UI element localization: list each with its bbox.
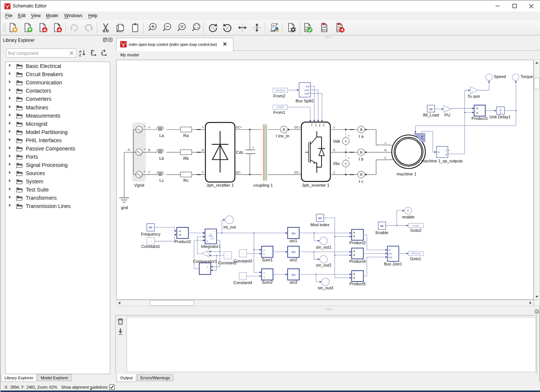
- svg-text:B: B: [202, 148, 204, 152]
- svg-text:DC+: DC+: [236, 125, 242, 129]
- svg-text:sin1: sin1: [290, 239, 297, 243]
- svg-text:Product3: Product3: [174, 239, 191, 244]
- svg-text:Bus Join1: Bus Join1: [384, 262, 402, 266]
- svg-text:reference: reference: [275, 89, 285, 91]
- svg-text:sc: sc: [318, 216, 322, 220]
- svg-text:sc: sc: [149, 225, 153, 229]
- svg-text:enable: enable: [412, 224, 419, 227]
- svg-text:in1: in1: [389, 252, 392, 255]
- svg-text:×: ×: [353, 253, 355, 257]
- svg-text:+: +: [263, 253, 265, 256]
- svg-text:I b: I b: [359, 157, 364, 161]
- svg-text:En: En: [311, 124, 313, 126]
- svg-text:gnd: gnd: [121, 205, 128, 210]
- svg-text:IM_Load: IM_Load: [423, 113, 439, 117]
- svg-text:C: C: [202, 170, 204, 174]
- svg-text:sin: sin: [291, 250, 296, 254]
- svg-text:Constant4: Constant4: [233, 280, 252, 285]
- svg-text:in: in: [438, 151, 440, 153]
- svg-text:..: ..: [242, 251, 243, 255]
- svg-text:Speed: Speed: [494, 74, 506, 79]
- svg-text:sc: sc: [380, 224, 384, 228]
- svg-text:sin_out1: sin_out1: [316, 245, 332, 249]
- svg-text:DC-: DC-: [294, 171, 300, 174]
- svg-text:in2: in2: [389, 256, 392, 259]
- svg-text:From2: From2: [273, 94, 285, 98]
- svg-text:out: out: [306, 85, 310, 88]
- svg-text:Integrator1: Integrator1: [201, 244, 221, 249]
- svg-text:C: C: [148, 170, 150, 174]
- svg-text:w: w: [445, 153, 447, 156]
- svg-text:..: ..: [242, 274, 243, 278]
- svg-text:..: ..: [445, 108, 446, 111]
- svg-text:3ph_inverter 1: 3ph_inverter 1: [302, 183, 330, 187]
- svg-text:sin: sin: [291, 273, 296, 277]
- svg-text:Sum1: Sum1: [262, 258, 273, 262]
- svg-text:3ph_rectifier 1: 3ph_rectifier 1: [207, 183, 234, 187]
- svg-text:Z: Z: [79, 53, 81, 57]
- svg-text:+: +: [143, 170, 145, 174]
- svg-text:Lc: Lc: [159, 178, 164, 183]
- svg-text:+: +: [207, 265, 208, 269]
- svg-text:0111: 0111: [322, 29, 327, 31]
- svg-text:sin: sin: [291, 231, 296, 235]
- svg-text:From1: From1: [273, 110, 285, 115]
- svg-text:B: B: [384, 148, 387, 152]
- svg-text:PU: PU: [444, 113, 450, 117]
- svg-text:A: A: [202, 125, 204, 129]
- svg-text:Product1: Product1: [472, 116, 488, 121]
- svg-text:Vab: Vab: [333, 139, 340, 143]
- svg-text:sc: sc: [429, 107, 433, 111]
- svg-text:+: +: [348, 156, 350, 160]
- svg-text:To rpm: To rpm: [468, 94, 480, 99]
- svg-text:sin2: sin2: [290, 258, 297, 262]
- svg-text:Constant1: Constant1: [141, 244, 160, 249]
- svg-text:DC+: DC+: [294, 125, 301, 129]
- svg-text:Rc: Rc: [183, 178, 189, 183]
- svg-text:Unit Delay1: Unit Delay1: [490, 115, 511, 119]
- svg-text:+: +: [143, 125, 145, 128]
- svg-text:D: D: [407, 209, 409, 212]
- svg-text:Rb: Rb: [183, 156, 189, 161]
- svg-text:machine 1: machine 1: [397, 172, 416, 176]
- svg-text:I c: I c: [359, 179, 363, 184]
- svg-text:int_out: int_out: [223, 225, 236, 229]
- svg-text:A: A: [384, 141, 387, 145]
- svg-text:Torque: Torque: [521, 74, 533, 79]
- svg-text:+: +: [263, 276, 265, 279]
- svg-text:..: ..: [150, 239, 151, 242]
- svg-text:sin3: sin3: [290, 280, 297, 284]
- svg-text:InB: InB: [319, 124, 321, 127]
- svg-text:B: B: [148, 148, 150, 152]
- svg-text:<: <: [345, 161, 347, 166]
- svg-text:×: ×: [353, 276, 355, 280]
- svg-text:Ra: Ra: [183, 133, 189, 138]
- svg-text:coupling 1: coupling 1: [253, 183, 273, 187]
- svg-text:Lb: Lb: [159, 156, 164, 161]
- svg-text:InC: InC: [323, 124, 325, 127]
- svg-text:A: A: [360, 127, 362, 132]
- svg-text:×: ×: [476, 111, 478, 115]
- svg-text:Vbc: Vbc: [333, 161, 340, 166]
- svg-text:out: out: [420, 136, 423, 140]
- svg-text:×: ×: [179, 233, 181, 237]
- svg-text:×: ×: [179, 229, 181, 233]
- svg-text:Frequency: Frequency: [141, 232, 161, 236]
- svg-text:Product2: Product2: [349, 240, 366, 245]
- svg-text:out2: out2: [304, 92, 310, 95]
- svg-text:sin_out3: sin_out3: [318, 286, 333, 290]
- svg-text:T: T: [445, 149, 447, 152]
- svg-text:DC-: DC-: [236, 171, 241, 174]
- svg-text:I inv_in: I inv_in: [276, 134, 289, 138]
- svg-text:A: A: [360, 172, 362, 177]
- svg-text:×: ×: [476, 106, 478, 111]
- svg-text:B: B: [333, 148, 335, 152]
- svg-text:+: +: [263, 249, 265, 252]
- svg-text:1: 1: [500, 108, 501, 111]
- svg-text:Mod index: Mod index: [310, 223, 329, 227]
- svg-text:InA: InA: [315, 124, 317, 127]
- svg-text:N: N: [128, 148, 130, 152]
- svg-text:..: ..: [227, 253, 228, 256]
- svg-text:+: +: [348, 134, 350, 138]
- svg-text:z: z: [500, 111, 502, 114]
